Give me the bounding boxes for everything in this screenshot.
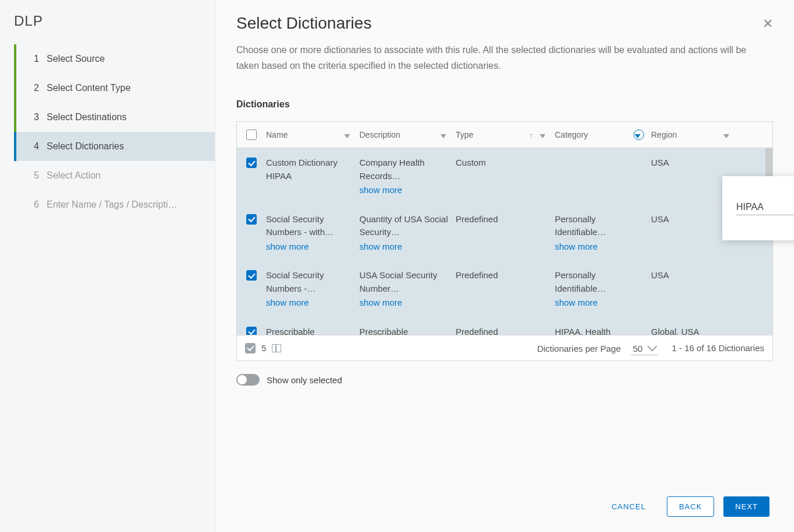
table-body[interactable]: Custom Dictionary HIPAACompany Health Re… [237,148,772,335]
cell-name: Custom Dictionary HIPAA [266,156,359,183]
per-page-select[interactable]: 50 [631,342,658,355]
show-more-link[interactable]: show more [359,296,450,310]
table-row[interactable]: Custom Dictionary HIPAACompany Health Re… [237,148,772,205]
col-header-description[interactable]: Description [359,130,456,139]
step-label: Select Source [47,54,204,64]
wizard-step-4[interactable]: 4Select Dictionaries [14,132,215,161]
row-checkbox[interactable] [246,158,257,168]
dictionaries-table: Name Description Type ↑ Category [236,121,773,361]
cell-name: Social Security Numbers -…show more [266,269,359,310]
table-header-row: Name Description Type ↑ Category [237,122,772,148]
step-number: 4 [34,141,47,152]
show-more-link[interactable]: show more [555,240,645,254]
filter-icon[interactable] [344,131,352,139]
col-header-type[interactable]: Type ↑ [456,130,555,139]
wizard-footer-buttons: CANCEL BACK NEXT [600,496,769,517]
cell-name: Social Security Numbers - with…show more [266,213,359,254]
per-page-value: 50 [633,344,643,354]
cell-type: Predefined [456,213,555,226]
next-button[interactable]: NEXT [723,496,769,517]
step-number: 1 [34,54,47,64]
page-description: Choose one or more dictionaries to assoc… [236,42,761,74]
row-checkbox[interactable] [246,270,257,281]
cell-type: Predefined [456,326,555,335]
cancel-button[interactable]: CANCEL [600,496,657,517]
column-picker-icon[interactable] [272,344,281,352]
app-title: DLP [0,13,215,44]
footer-selected-count: 5 [261,343,266,353]
cell-region: USA [651,269,739,282]
step-number: 6 [34,200,47,210]
pagination-range: 1 - 16 of 16 Dictionaries [672,343,764,353]
cell-name: Prescribable [266,326,359,335]
col-header-category-label: Category [555,130,588,139]
category-filter-popup: ✕ [722,176,794,240]
main-panel: ✕ Select Dictionaries Choose one or more… [215,0,794,532]
cell-description: Company Health Records…show more [359,156,456,197]
wizard-step-6: 6Enter Name / Tags / Descripti… [14,190,215,219]
table-row[interactable]: Social Security Numbers - with…show more… [237,205,772,261]
select-all-checkbox[interactable] [246,130,257,140]
step-number: 3 [34,112,47,123]
show-only-selected-label: Show only selected [267,375,342,385]
filter-icon[interactable] [440,131,449,139]
wizard-step-2[interactable]: 2Select Content Type [14,74,215,103]
row-checkbox[interactable] [246,327,257,335]
show-more-link[interactable]: show more [266,240,354,254]
step-label: Select Action [47,170,204,181]
step-number: 5 [34,170,47,181]
col-header-type-label: Type [456,130,473,139]
step-list: 1Select Source2Select Content Type3Selec… [0,44,215,219]
back-button[interactable]: BACK [667,496,714,517]
filter-active-icon[interactable] [634,130,644,140]
select-all-cell [237,130,266,140]
filter-icon[interactable] [540,131,548,139]
show-more-link[interactable]: show more [266,296,354,310]
sort-up-icon[interactable]: ↑ [529,131,537,139]
row-checkbox[interactable] [246,214,257,225]
chevron-down-icon [647,341,657,351]
category-filter-input[interactable] [736,200,794,215]
cell-category: Personally Identifiable…show more [555,213,651,254]
col-header-region-label: Region [651,130,677,139]
wizard-step-1[interactable]: 1Select Source [14,44,215,74]
step-label: Select Dictionaries [47,141,204,152]
cell-description: USA Social Security Number…show more [359,269,456,310]
table-row[interactable]: Social Security Numbers -…show moreUSA S… [237,261,772,317]
show-only-selected-toggle[interactable] [236,374,260,386]
wizard-step-3[interactable]: 3Select Destinations [14,103,215,132]
table-row[interactable]: PrescribablePrescribablePredefinedHIPAA,… [237,317,772,335]
col-header-name-label: Name [266,130,288,139]
col-header-category[interactable]: Category [555,130,651,140]
section-label: Dictionaries [236,99,773,110]
col-header-description-label: Description [359,130,400,139]
cell-region: Global, USA [651,326,739,335]
step-label: Select Content Type [47,83,204,93]
col-header-name[interactable]: Name [266,130,359,139]
cell-description: Quantity of USA Social Security…show mor… [359,213,456,254]
step-label: Enter Name / Tags / Descripti… [47,200,204,210]
step-number: 2 [34,83,47,93]
cell-category: HIPAA, Health [555,326,651,335]
filter-icon[interactable] [723,131,732,139]
wizard-sidebar: DLP 1Select Source2Select Content Type3S… [0,0,215,532]
cell-type: Custom [456,156,555,170]
show-more-link[interactable]: show more [359,240,450,254]
show-only-selected-row: Show only selected [236,374,773,386]
close-icon[interactable]: ✕ [762,16,773,32]
show-more-link[interactable]: show more [555,296,645,310]
step-label: Select Destinations [47,112,204,123]
cell-category: Personally Identifiable…show more [555,269,651,310]
show-more-link[interactable]: show more [359,184,450,197]
cell-region: USA [651,156,739,170]
per-page-label: Dictionaries per Page [537,344,621,354]
col-header-region[interactable]: Region [651,130,739,139]
cell-type: Predefined [456,269,555,282]
cell-description: Prescribable [359,326,456,335]
page-title: Select Dictionaries [236,14,773,33]
table-footer: 5 Dictionaries per Page 50 1 - 16 of 16 … [237,335,772,360]
footer-selected-checkbox[interactable] [245,343,256,354]
wizard-step-5: 5Select Action [14,161,215,190]
